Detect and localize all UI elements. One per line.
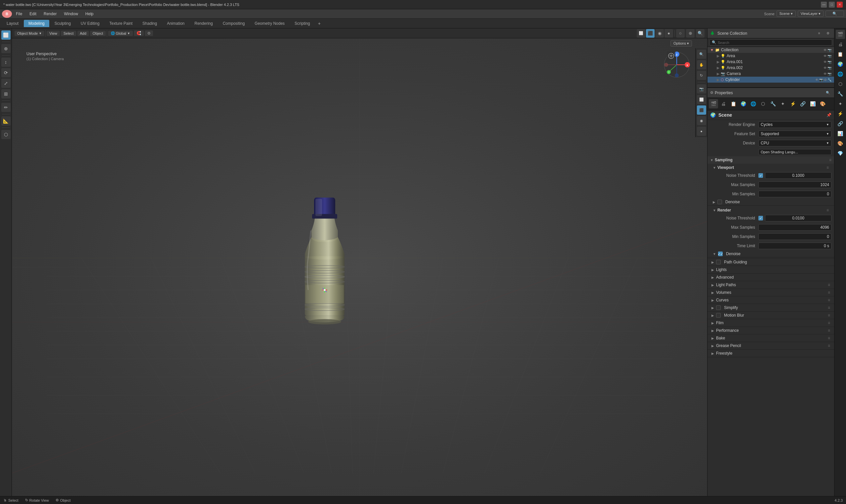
vp-denoise-checkbox[interactable]	[717, 200, 722, 204]
viewport-shading-rendered[interactable]: ●	[697, 127, 706, 136]
render-denoise-checkbox[interactable]: ✓	[718, 252, 723, 256]
prop-icon-material[interactable]: 🎨	[818, 99, 827, 108]
grease-pencil-section[interactable]: ▶ Grease Pencil ≡	[707, 342, 834, 350]
prop-icon-data[interactable]: 📊	[808, 99, 817, 108]
film-section[interactable]: ▶ Film ≡	[707, 319, 834, 327]
gizmo-toggle[interactable]: ⊕	[686, 29, 695, 38]
tab-shading[interactable]: Shading	[138, 20, 162, 27]
vp-max-samples-value[interactable]: 1024	[758, 181, 831, 188]
volumes-menu[interactable]: ≡	[828, 290, 830, 295]
cylinder-render-icon[interactable]: 📷	[819, 78, 823, 82]
transform-tool-button[interactable]: ⊞	[1, 89, 11, 98]
viewport-zoom-control[interactable]	[667, 52, 676, 61]
area001-render-icon[interactable]: 📷	[827, 60, 831, 64]
prop-icon-physics[interactable]: ⚡	[788, 99, 797, 108]
add-workspace-button[interactable]: +	[316, 19, 323, 28]
prop-icon-viewlayer[interactable]: 📋	[728, 99, 738, 108]
rprop-icon-texture[interactable]: 💎	[836, 149, 845, 158]
3d-object-bottle[interactable]	[285, 197, 364, 337]
tab-compositing[interactable]: Compositing	[218, 20, 250, 27]
annotate-tool-button[interactable]: ✏	[1, 103, 11, 112]
blender-logo[interactable]: B	[2, 10, 12, 18]
simplify-checkbox[interactable]	[716, 305, 721, 310]
performance-menu[interactable]: ≡	[828, 328, 830, 333]
rprop-icon-particles[interactable]: ✦	[836, 99, 845, 108]
orbit-tool[interactable]: ↻	[697, 71, 706, 80]
menu-file[interactable]: File	[13, 11, 25, 17]
snap-toggle[interactable]: 🔍	[696, 29, 704, 38]
measure-tool-button[interactable]: 📐	[1, 116, 11, 126]
sampling-menu-icon[interactable]: ≡	[829, 158, 831, 162]
properties-search-btn[interactable]: 🔍	[824, 89, 831, 96]
rprop-icon-render[interactable]: 🎬	[836, 30, 845, 39]
camera-view-toggle[interactable]: 📷	[697, 84, 706, 93]
sampling-header[interactable]: ▼ Sampling ≡	[707, 156, 834, 164]
viewport-menu-icon[interactable]: ≡	[827, 165, 829, 170]
menu-edit[interactable]: Edit	[26, 11, 40, 17]
outliner-filter-button[interactable]: ≡	[815, 30, 823, 37]
render-menu-icon[interactable]: ≡	[827, 208, 829, 213]
lights-section[interactable]: ▶ Lights	[707, 266, 834, 274]
outliner-item-camera[interactable]: ▶ 📷 Camera 👁 📷	[707, 71, 834, 77]
select-menu[interactable]: Select	[61, 31, 76, 36]
collection-render-icon[interactable]: 📷	[827, 48, 831, 52]
add-primitive-button[interactable]: ⬡	[1, 130, 11, 139]
simplify-section[interactable]: ▶ Simplify ≡	[707, 304, 834, 312]
curves-menu[interactable]: ≡	[828, 298, 830, 302]
path-guiding-section[interactable]: ▶ Path Guiding	[707, 258, 834, 266]
prop-icon-constraint[interactable]: 🔗	[798, 99, 807, 108]
cylinder-extra-icon[interactable]: ⚙	[824, 78, 827, 82]
motion-blur-section[interactable]: ▶ Motion Blur ≡	[707, 312, 834, 319]
outliner-settings-button[interactable]: ⚙	[824, 30, 831, 37]
freestyle-section[interactable]: ▶ Freestyle	[707, 350, 834, 357]
render-max-samples-value[interactable]: 4096	[758, 224, 831, 231]
tab-texture-paint[interactable]: Texture Paint	[105, 20, 137, 27]
area002-visibility-icon[interactable]: 👁	[824, 66, 827, 70]
tab-uv-editing[interactable]: UV Editing	[76, 20, 104, 27]
rprop-icon-object[interactable]: ⬡	[836, 79, 845, 89]
zoom-tool[interactable]: 🔍	[697, 50, 706, 59]
area002-render-icon[interactable]: 📷	[827, 66, 831, 70]
scale-tool-button[interactable]: ⤢	[1, 79, 11, 88]
outliner-item-area002[interactable]: ▶ 💡 Area.002 👁 📷	[707, 65, 834, 71]
menu-window[interactable]: Window	[60, 11, 81, 17]
tab-layout[interactable]: Layout	[2, 20, 23, 27]
device-dropdown[interactable]: CPU ▼	[758, 140, 831, 146]
maximize-button[interactable]: □	[829, 2, 835, 7]
outliner-item-cylinder[interactable]: ▶ ⬡ Cylinder 👁 📷 ⚙ 🔧	[707, 77, 834, 83]
scene-selector[interactable]: Scene ▾	[777, 11, 796, 17]
menu-render[interactable]: Render	[40, 11, 60, 17]
rotate-tool-button[interactable]: ⟳	[1, 68, 11, 77]
render-noise-threshold-value[interactable]: 0.0100	[765, 215, 831, 221]
volumes-section[interactable]: ▶ Volumes ≡	[707, 289, 834, 296]
scene-pin-button[interactable]: 📌	[827, 113, 831, 117]
render-engine-dropdown[interactable]: Cycles ▼	[758, 121, 831, 128]
bake-menu[interactable]: ≡	[828, 336, 830, 340]
view-menu[interactable]: View	[47, 31, 60, 36]
feature-set-dropdown[interactable]: Supported ▼	[758, 130, 831, 137]
cylinder-extra2-icon[interactable]: 🔧	[827, 78, 831, 82]
rprop-icon-data[interactable]: 📊	[836, 129, 845, 138]
tab-modeling[interactable]: Modeling	[24, 20, 49, 27]
curves-section[interactable]: ▶ Curves ≡	[707, 296, 834, 304]
prop-icon-modifier[interactable]: 🔧	[768, 99, 778, 108]
solid-shading-button[interactable]: ⬛	[646, 29, 654, 38]
viewport-canvas[interactable]: User Perspective (1) Collection | Camera…	[12, 38, 707, 496]
rprop-icon-world[interactable]: 🌐	[836, 69, 845, 79]
area001-visibility-icon[interactable]: 👁	[824, 60, 827, 64]
rendered-shading-button[interactable]: ●	[665, 29, 673, 38]
render-denoise-row[interactable]: ▼ ✓ Denoise	[707, 251, 834, 257]
cursor-tool-button[interactable]: ⊕	[1, 44, 11, 53]
bake-section[interactable]: ▶ Bake ≡	[707, 335, 834, 342]
wireframe-shading-button[interactable]: ⬜	[637, 29, 645, 38]
transform-orientation[interactable]: 🌐 Global ▼	[108, 31, 133, 36]
rprop-icon-output[interactable]: 🖨	[836, 40, 845, 49]
rprop-icon-modifier[interactable]: 🔧	[836, 89, 845, 98]
rprop-icon-physics[interactable]: ⚡	[836, 109, 845, 118]
area-render-icon[interactable]: 📷	[827, 54, 831, 58]
view-layer-selector[interactable]: ViewLayer ▾	[798, 11, 824, 17]
close-button[interactable]: ✕	[837, 2, 843, 7]
object-mode-dropdown[interactable]: Object Mode ▼	[15, 31, 44, 36]
prop-icon-output[interactable]: 🖨	[719, 99, 728, 108]
snap-button[interactable]: 🧲	[134, 31, 144, 36]
